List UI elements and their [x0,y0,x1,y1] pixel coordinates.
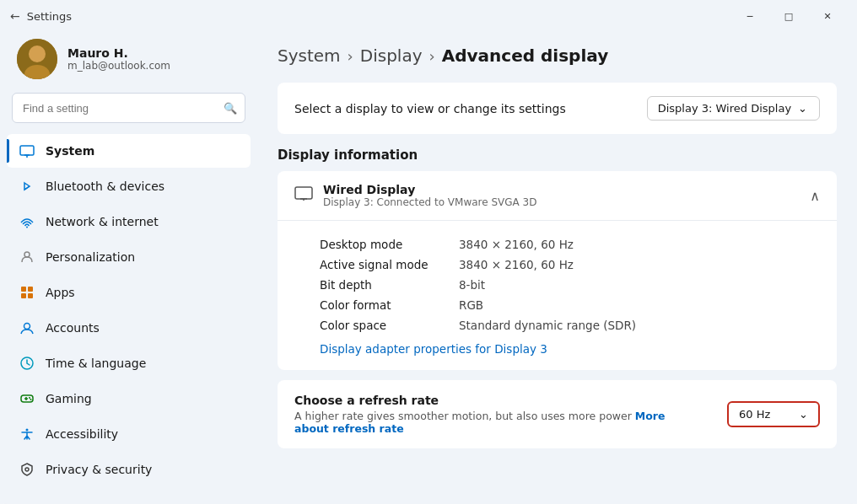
info-value-colorspace: Standard dynamic range (SDR) [459,319,636,332]
time-icon [19,355,35,372]
title-bar-controls: ─ □ ✕ [730,3,847,29]
collapse-icon[interactable]: ∧ [810,188,820,204]
title-bar-title: Settings [27,10,72,23]
refresh-rate-dropdown[interactable]: 60 Hz ⌄ [727,401,820,427]
info-value-desktop: 3840 × 2160, 60 Hz [459,238,574,251]
sidebar-item-privacy[interactable]: Privacy & security [7,453,251,486]
display-dropdown-value: Display 3: Wired Display [658,102,791,115]
user-section: Mauro H. m_lab@outlook.com [0,32,257,93]
svg-point-7 [24,252,30,257]
sidebar-item-accounts[interactable]: Accounts [7,311,251,345]
info-row-colorformat: Color format RGB [320,295,820,315]
accounts-icon [19,319,35,336]
bluetooth-icon [19,178,35,195]
sidebar-item-personalization[interactable]: Personalization [7,240,251,274]
refresh-title: Choose a refresh rate [294,394,699,407]
search-box: 🔍 [12,93,245,123]
title-bar-left: ← Settings [10,9,72,23]
sidebar-item-time[interactable]: Time & language [7,346,251,380]
display-header-left: Wired Display Display 3: Connected to VM… [294,183,536,208]
svg-point-20 [25,468,29,471]
info-label-signal: Active signal mode [320,258,459,271]
breadcrumb-sep1: › [348,47,353,65]
title-bar: ← Settings ─ □ ✕ [0,0,857,32]
minimize-button[interactable]: ─ [730,3,769,29]
avatar[interactable] [17,39,57,79]
refresh-desc: A higher rate gives smoother motion, but… [294,410,699,435]
sidebar-item-apps[interactable]: Apps [7,276,251,309]
user-name: Mauro H. [67,46,170,60]
svg-point-17 [29,397,30,399]
sidebar-item-label-system: System [46,144,94,158]
close-button[interactable]: ✕ [808,3,847,29]
sidebar-item-system[interactable]: System [7,134,251,168]
display-selector-label: Select a display to view or change its s… [294,102,566,115]
personalization-icon [19,249,35,265]
sidebar: Mauro H. m_lab@outlook.com 🔍 Sys [0,32,257,504]
user-info: Mauro H. m_lab@outlook.com [67,46,170,72]
svg-point-19 [26,429,29,432]
user-email: m_lab@outlook.com [67,60,170,72]
sidebar-item-gaming[interactable]: Gaming [7,382,251,416]
svg-rect-11 [28,293,33,298]
breadcrumb-sep2: › [429,47,435,65]
gaming-icon [19,390,35,407]
sidebar-item-label-apps: Apps [46,286,75,299]
info-row-signal: Active signal mode 3840 × 2160, 60 Hz [320,255,820,275]
breadcrumb-part2: Display [360,46,423,66]
breadcrumb-part1: System [278,46,341,66]
dropdown-chevron-icon: ⌄ [798,102,807,115]
info-label-colorformat: Color format [320,298,459,312]
back-icon[interactable]: ← [10,9,20,23]
refresh-desc-text: A higher rate gives smoother motion, but… [294,410,632,422]
refresh-dropdown-chevron-icon: ⌄ [799,408,808,421]
system-icon [19,142,35,159]
info-label-colorspace: Color space [320,319,459,332]
sidebar-item-label-privacy: Privacy & security [46,463,152,476]
display-selector-row: Select a display to view or change its s… [278,83,837,134]
sidebar-item-label-personalization: Personalization [46,250,135,264]
maximize-button[interactable]: □ [769,3,808,29]
refresh-rate-value: 60 Hz [739,408,770,421]
display-dropdown[interactable]: Display 3: Wired Display ⌄ [647,96,820,121]
sidebar-item-bluetooth[interactable]: Bluetooth & devices [7,169,251,203]
info-label-bitdepth: Bit depth [320,278,459,292]
svg-point-12 [24,324,30,330]
svg-point-6 [26,227,28,228]
display-sub: Display 3: Connected to VMware SVGA 3D [323,196,536,208]
svg-rect-3 [20,146,34,155]
sidebar-item-accessibility[interactable]: Accessibility [7,417,251,451]
svg-point-18 [30,399,32,400]
adapter-properties-link[interactable]: Display adapter properties for Display 3 [320,342,547,356]
svg-rect-21 [295,187,312,199]
info-value-bitdepth: 8-bit [459,278,485,292]
svg-rect-8 [21,287,26,292]
svg-rect-9 [28,287,33,292]
search-icon: 🔍 [224,102,237,115]
info-value-signal: 3840 × 2160, 60 Hz [459,258,574,271]
search-input[interactable] [12,93,245,123]
settings-window: ← Settings ─ □ ✕ Mauro H. [0,0,857,504]
sidebar-item-network[interactable]: Network & internet [7,205,251,239]
info-row-colorspace: Color space Standard dynamic range (SDR) [320,315,820,335]
info-row-bitdepth: Bit depth 8-bit [320,275,820,295]
breadcrumb: System › Display › Advanced display [278,46,837,66]
display-info-body: Desktop mode 3840 × 2160, 60 Hz Active s… [278,221,837,370]
display-header-text: Wired Display Display 3: Connected to VM… [323,183,536,208]
network-icon [19,213,35,230]
breadcrumb-current: Advanced display [442,46,608,66]
display-name: Wired Display [323,183,536,196]
sidebar-item-label-accessibility: Accessibility [46,427,118,441]
accessibility-icon [19,426,35,442]
sidebar-item-label-network: Network & internet [46,215,159,228]
privacy-icon [19,461,35,478]
apps-icon [19,284,35,301]
sidebar-item-label-gaming: Gaming [46,392,92,405]
display-info-card: Wired Display Display 3: Connected to VM… [278,171,837,370]
sidebar-item-label-accounts: Accounts [46,321,100,335]
svg-rect-10 [21,293,26,298]
info-value-colorformat: RGB [459,298,483,312]
monitor-icon [294,185,313,206]
info-label-desktop: Desktop mode [320,238,459,251]
section-title-display: Display information [278,147,837,163]
